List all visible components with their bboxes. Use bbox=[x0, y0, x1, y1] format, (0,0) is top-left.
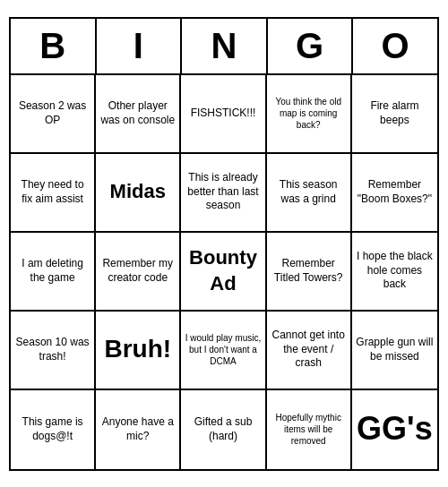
header-letter-b: B bbox=[11, 19, 97, 73]
bingo-cell-14: I hope the black hole comes back bbox=[352, 233, 437, 312]
bingo-cell-3: You think the old map is coming back? bbox=[267, 75, 352, 154]
bingo-cell-20: This game is dogs@!t bbox=[11, 390, 96, 469]
bingo-cell-11: Remember my creator code bbox=[96, 233, 181, 312]
header-letter-g: G bbox=[268, 19, 354, 73]
bingo-cell-8: This season was a grind bbox=[267, 154, 352, 233]
bingo-cell-13: Remember Titled Towers? bbox=[267, 233, 352, 312]
bingo-cell-22: Gifted a sub (hard) bbox=[181, 390, 266, 469]
bingo-grid: Season 2 was OPOther player was on conso… bbox=[11, 75, 437, 469]
bingo-cell-7: This is already better than last season bbox=[181, 154, 266, 233]
bingo-cell-5: They need to fix aim assist bbox=[11, 154, 96, 233]
bingo-cell-12: Bounty Ad bbox=[181, 233, 266, 312]
bingo-cell-6: Midas bbox=[96, 154, 181, 233]
bingo-card: BINGO Season 2 was OPOther player was on… bbox=[9, 17, 439, 471]
bingo-header: BINGO bbox=[11, 19, 437, 75]
bingo-cell-23: Hopefully mythic items will be removed bbox=[267, 390, 352, 469]
bingo-cell-16: Bruh! bbox=[96, 312, 181, 390]
bingo-cell-9: Remember "Boom Boxes?" bbox=[352, 154, 437, 233]
bingo-cell-10: I am deleting the game bbox=[11, 233, 96, 312]
bingo-cell-2: FISHSTICK!!! bbox=[181, 75, 266, 154]
bingo-cell-21: Anyone have a mic? bbox=[96, 390, 181, 469]
bingo-cell-19: Grapple gun will be missed bbox=[352, 312, 437, 390]
bingo-cell-0: Season 2 was OP bbox=[11, 75, 96, 154]
bingo-cell-18: Cannot get into the event / crash bbox=[267, 312, 352, 390]
header-letter-n: N bbox=[182, 19, 268, 73]
bingo-cell-15: Season 10 was trash! bbox=[11, 312, 96, 390]
header-letter-i: I bbox=[97, 19, 183, 73]
bingo-cell-17: I would play music, but I don't want a D… bbox=[181, 312, 266, 390]
bingo-cell-1: Other player was on console bbox=[96, 75, 181, 154]
bingo-cell-4: Fire alarm beeps bbox=[352, 75, 437, 154]
header-letter-o: O bbox=[353, 19, 437, 73]
bingo-cell-24: GG's bbox=[352, 390, 437, 469]
